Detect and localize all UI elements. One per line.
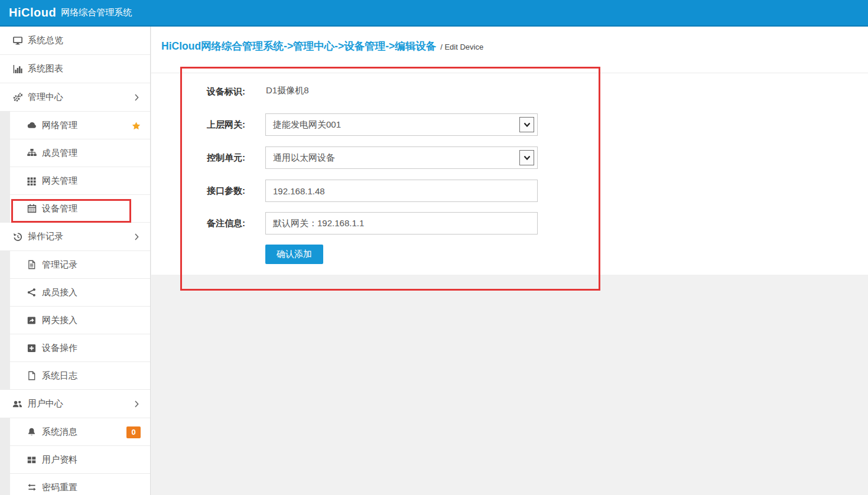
sidebar-item-system-charts[interactable]: 系统图表 xyxy=(0,55,150,83)
calendar-icon xyxy=(26,204,37,213)
sidebar-item-label: 密码重置 xyxy=(42,482,77,493)
sidebar-item-user-center[interactable]: 用户中心 xyxy=(0,390,150,418)
sidebar-item-label: 管理记录 xyxy=(42,259,77,271)
plus-square-icon xyxy=(26,344,37,353)
history-icon xyxy=(12,232,23,242)
remark-label: 备注信息: xyxy=(207,218,260,229)
submenu-indent xyxy=(0,362,10,390)
chevron-right-icon xyxy=(135,94,139,101)
cloud-icon xyxy=(26,121,37,130)
sidebar-item-label: 系统日志 xyxy=(42,370,77,382)
sidebar-item-password-reset[interactable]: 密码重置 xyxy=(0,474,150,495)
file-text-icon xyxy=(26,260,37,269)
submenu-indent xyxy=(0,279,10,307)
dropdown-button[interactable] xyxy=(519,117,534,132)
sidebar-item-label: 网关管理 xyxy=(42,175,77,187)
remark-value: 默认网关：192.168.1.1 xyxy=(273,218,364,229)
breadcrumb-divider xyxy=(151,73,868,73)
sidebar-item-gateway-management[interactable]: 网关管理 xyxy=(0,167,150,195)
submenu-indent xyxy=(0,251,10,279)
sidebar-item-gateway-access[interactable]: 网关接入 xyxy=(0,307,150,334)
submenu-indent xyxy=(0,474,10,495)
sidebar-item-user-profile[interactable]: 用户资料 xyxy=(0,446,150,474)
sidebar-item-operation-records[interactable]: 操作记录 xyxy=(0,223,150,251)
control-unit-select[interactable]: 通用以太网设备 xyxy=(265,146,538,169)
bell-icon xyxy=(26,427,37,437)
share-icon xyxy=(26,288,37,297)
sidebar-item-system-logs[interactable]: 系统日志 xyxy=(0,362,150,390)
chevron-down-icon xyxy=(524,155,531,160)
sidebar-item-label: 管理中心 xyxy=(28,92,63,103)
interface-params-input[interactable]: 192.168.1.48 xyxy=(265,180,538,202)
device-id-label: 设备标识: xyxy=(207,86,260,97)
message-count-badge: 0 xyxy=(126,426,141,438)
star-icon xyxy=(132,121,141,130)
sidebar-item-label: 系统总览 xyxy=(28,35,63,46)
sidebar-item-label: 成员管理 xyxy=(42,148,77,159)
users-icon xyxy=(12,399,23,409)
confirm-add-button[interactable]: 确认添加 xyxy=(265,245,323,264)
sidebar-item-label: 系统图表 xyxy=(28,63,63,74)
sidebar-item-label: 系统消息 xyxy=(42,426,77,438)
sidebar-item-member-management[interactable]: 成员管理 xyxy=(0,139,150,167)
sidebar-item-management-records[interactable]: 管理记录 xyxy=(0,251,150,279)
chevron-down-icon xyxy=(524,122,531,127)
file-icon xyxy=(26,371,37,380)
upper-gateway-label: 上层网关: xyxy=(207,119,260,131)
control-unit-label: 控制单元: xyxy=(207,152,260,164)
sidebar-item-device-operation[interactable]: 设备操作 xyxy=(0,334,150,362)
interface-params-label: 接口参数: xyxy=(207,185,260,197)
sidebar-item-management-center[interactable]: 管理中心 xyxy=(0,83,150,112)
submenu-indent xyxy=(0,418,10,446)
upper-gateway-select[interactable]: 捷能发电网关001 xyxy=(265,113,538,136)
sitemap-icon xyxy=(26,148,37,158)
interface-params-value: 192.168.1.48 xyxy=(273,186,325,196)
chevron-right-icon xyxy=(135,400,139,408)
submenu-indent xyxy=(0,307,10,334)
submenu-indent xyxy=(0,334,10,362)
submenu-indent xyxy=(0,446,10,474)
app-header: HiCloud 网络综合管理系统 xyxy=(0,0,868,27)
gears-icon xyxy=(12,93,23,102)
share-square-icon xyxy=(26,316,37,325)
sidebar-item-label: 网关接入 xyxy=(42,315,77,326)
control-unit-selected-value: 通用以太网设备 xyxy=(273,152,335,164)
sidebar-item-member-access[interactable]: 成员接入 xyxy=(0,279,150,307)
breadcrumb-suffix: / Edit Device xyxy=(440,43,483,51)
sidebar-item-label: 成员接入 xyxy=(42,287,77,298)
brand-logo: HiCloud xyxy=(9,6,56,19)
dropdown-button[interactable] xyxy=(519,150,534,165)
sidebar-item-system-overview[interactable]: 系统总览 xyxy=(0,27,150,55)
submenu-indent xyxy=(0,195,10,223)
remark-input[interactable]: 默认网关：192.168.1.1 xyxy=(265,212,538,235)
sidebar: 系统总览 系统图表 管理中心 网络管理 xyxy=(0,27,151,495)
sidebar-item-label: 设备操作 xyxy=(42,343,77,354)
th-large-icon xyxy=(26,455,37,464)
sidebar-item-device-management[interactable]: 设备管理 xyxy=(0,195,150,223)
submenu-indent xyxy=(0,112,10,139)
app-title: 网络综合管理系统 xyxy=(61,7,132,18)
submenu-indent xyxy=(0,139,10,167)
breadcrumb: HiCloud网络综合管理系统->管理中心->设备管理->编辑设备 / Edit… xyxy=(161,39,483,53)
breadcrumb-trail[interactable]: HiCloud网络综合管理系统->管理中心->设备管理->编辑设备 xyxy=(161,39,436,53)
upper-gateway-selected-value: 捷能发电网关001 xyxy=(273,119,341,131)
sidebar-item-label: 设备管理 xyxy=(42,203,77,214)
chevron-right-icon xyxy=(135,233,139,240)
grid-icon xyxy=(26,177,37,185)
device-id-value: D1摄像机8 xyxy=(266,85,309,96)
sidebar-item-label: 网络管理 xyxy=(42,120,77,131)
sidebar-item-network-management[interactable]: 网络管理 xyxy=(0,112,150,139)
exchange-icon xyxy=(26,483,37,492)
desktop-icon xyxy=(12,36,23,45)
bar-chart-icon xyxy=(12,64,23,74)
sidebar-item-label: 操作记录 xyxy=(28,231,63,242)
sidebar-item-label: 用户中心 xyxy=(28,398,63,409)
sidebar-item-system-messages[interactable]: 系统消息 0 xyxy=(0,418,150,446)
sidebar-item-label: 用户资料 xyxy=(42,454,77,465)
submenu-indent xyxy=(0,167,10,195)
